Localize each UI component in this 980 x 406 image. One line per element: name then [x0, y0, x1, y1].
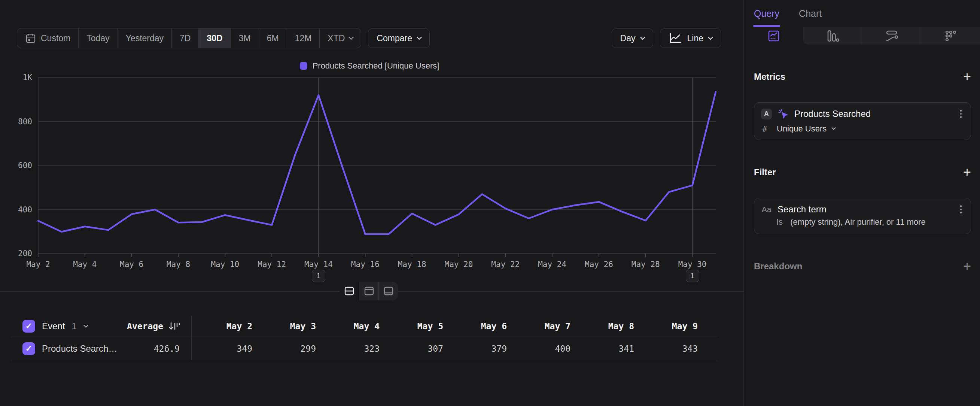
- date-range-control: Custom Today Yesterday 7D 30D 3M 6M 12M …: [17, 28, 361, 48]
- range-6m[interactable]: 6M: [259, 29, 287, 48]
- tab-insights[interactable]: [744, 27, 803, 45]
- line-chart[interactable]: 1K800600400200May 2May 4May 6May 8May 10…: [15, 69, 722, 281]
- add-metric-button[interactable]: +: [963, 70, 971, 84]
- metrics-title: Metrics: [754, 72, 785, 82]
- average-value: 426.9: [119, 344, 182, 353]
- svg-text:200: 200: [18, 249, 32, 258]
- annotation-badge[interactable]: 1: [686, 270, 699, 282]
- svg-text:May 12: May 12: [258, 260, 286, 269]
- report-canvas: Custom Today Yesterday 7D 30D 3M 6M 12M …: [0, 0, 743, 406]
- table-row: Products Searched [Unique Users] 426.9 3…: [11, 337, 717, 360]
- add-breakdown-button[interactable]: +: [963, 260, 971, 273]
- range-today[interactable]: Today: [78, 29, 117, 48]
- metrics-section-header: Metrics +: [754, 70, 971, 84]
- svg-text:May 4: May 4: [73, 260, 97, 269]
- chevron-down-icon: [417, 35, 422, 40]
- range-30d[interactable]: 30D: [198, 29, 230, 48]
- metric-card[interactable]: A Products Searched # Unique Users: [754, 102, 971, 140]
- date-column-header: May 2: [191, 322, 255, 331]
- svg-text:May 2: May 2: [26, 260, 50, 269]
- add-filter-button[interactable]: +: [963, 166, 971, 179]
- more-apps-icon: [945, 30, 957, 42]
- number-type-icon: #: [762, 124, 771, 134]
- average-column-header[interactable]: Average: [127, 322, 163, 331]
- svg-text:1K: 1K: [23, 73, 33, 82]
- range-yesterday[interactable]: Yesterday: [118, 29, 172, 48]
- kebab-menu-icon[interactable]: [959, 204, 964, 215]
- breakdown-title: Breakdown: [754, 261, 802, 272]
- panel-tabs: Query Chart: [744, 0, 980, 27]
- tab-query[interactable]: Query: [754, 0, 780, 27]
- filter-card[interactable]: Aa Search term Is (empty string), Air pu…: [754, 198, 971, 234]
- layout-split-button[interactable]: [339, 282, 359, 300]
- table-column-separator: [191, 316, 192, 360]
- cell-value: 341: [573, 344, 636, 353]
- tab-funnels[interactable]: [803, 27, 862, 45]
- row-checkbox[interactable]: [22, 342, 35, 355]
- chevron-down-icon: [640, 35, 645, 40]
- annotation-badge[interactable]: 1: [312, 270, 325, 282]
- event-count: 1: [72, 321, 76, 331]
- measure-selector[interactable]: # Unique Users: [754, 121, 970, 140]
- measure-label: Unique Users: [777, 124, 827, 134]
- svg-text:May 16: May 16: [351, 260, 380, 269]
- date-column-header: May 4: [318, 322, 382, 331]
- chevron-down-icon: [348, 35, 354, 40]
- filter-operator[interactable]: Is: [776, 217, 783, 227]
- legend-swatch: [300, 62, 307, 70]
- date-column-header: May 5: [382, 322, 445, 331]
- svg-text:May 20: May 20: [445, 260, 473, 269]
- results-table: Event 1 Average May 2 May 3 May: [11, 316, 717, 360]
- cell-value: 299: [255, 344, 318, 353]
- event-header-label: Event: [42, 321, 65, 331]
- tab-flows[interactable]: [862, 27, 921, 45]
- svg-text:May 24: May 24: [538, 260, 566, 269]
- chevron-down-icon: [832, 126, 836, 130]
- date-column-header: May 7: [509, 322, 573, 331]
- metric-letter-badge: A: [761, 108, 772, 119]
- table-header-row: Event 1 Average May 2 May 3 May: [11, 316, 717, 337]
- tab-chart[interactable]: Chart: [799, 0, 822, 27]
- svg-text:800: 800: [18, 117, 32, 126]
- granularity-dropdown[interactable]: Day: [612, 29, 653, 48]
- filter-values[interactable]: (empty string), Air purifier, or 11 more: [790, 217, 926, 227]
- svg-text:May 8: May 8: [167, 260, 190, 269]
- cell-value: 343: [636, 344, 700, 353]
- calendar-icon: [25, 33, 36, 44]
- range-xtd[interactable]: XTD: [319, 29, 361, 48]
- layout-table-only-button[interactable]: [379, 282, 398, 300]
- svg-text:May 14: May 14: [304, 260, 333, 269]
- analytics-app: Custom Today Yesterday 7D 30D 3M 6M 12M …: [0, 0, 980, 406]
- compare-button[interactable]: Compare: [368, 29, 430, 48]
- date-column-header: May 3: [255, 322, 318, 331]
- flows-icon: [885, 29, 899, 43]
- filter-condition[interactable]: Is (empty string), Air purifier, or 11 m…: [754, 217, 970, 234]
- layout-chart-only-button[interactable]: [359, 282, 379, 300]
- series-name[interactable]: Products Searched [Unique Users]: [42, 344, 119, 354]
- svg-text:May 26: May 26: [585, 260, 613, 269]
- chevron-down-icon[interactable]: [83, 323, 88, 328]
- svg-text:400: 400: [18, 205, 32, 214]
- cell-value: 379: [445, 344, 509, 353]
- metric-event-name[interactable]: Products Searched: [794, 108, 953, 119]
- svg-text:May 6: May 6: [120, 260, 143, 269]
- chart-type-dropdown[interactable]: Line: [660, 29, 721, 48]
- kebab-menu-icon[interactable]: [959, 108, 964, 119]
- date-column-header: May 6: [445, 322, 509, 331]
- filter-property-name[interactable]: Search term: [778, 204, 953, 215]
- range-custom-label: Custom: [41, 33, 70, 43]
- range-12m[interactable]: 12M: [287, 29, 320, 48]
- svg-text:May 30: May 30: [678, 260, 707, 269]
- line-chart-icon: [668, 32, 682, 44]
- filter-section-header: Filter +: [754, 166, 971, 179]
- cell-value: 349: [191, 344, 255, 353]
- range-custom[interactable]: Custom: [17, 29, 78, 48]
- range-3m[interactable]: 3M: [231, 29, 259, 48]
- range-7d[interactable]: 7D: [172, 29, 198, 48]
- date-column-header: May 8: [573, 322, 636, 331]
- sort-icon[interactable]: [169, 322, 180, 331]
- tab-more[interactable]: [921, 27, 980, 45]
- breakdown-section-header: Breakdown +: [754, 260, 971, 273]
- select-all-checkbox[interactable]: [22, 320, 35, 333]
- insights-icon: [767, 29, 781, 43]
